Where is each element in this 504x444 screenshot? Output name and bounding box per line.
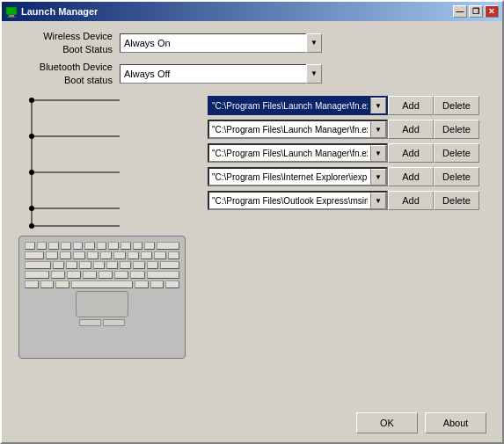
add-button-0[interactable]: Add [388, 96, 434, 115]
launch-combo-4[interactable]: ▼ [208, 191, 388, 210]
launch-combo-3[interactable]: ▼ [208, 167, 388, 186]
launch-row-1: ▼ Add Delete [203, 120, 490, 139]
launch-combo-1[interactable]: ▼ [208, 120, 388, 139]
bluetooth-label: Bluetooth Device Boot status [14, 61, 120, 87]
wireless-label: Wireless Device Boot Status [14, 30, 120, 56]
launch-combo-btn-1[interactable]: ▼ [370, 121, 386, 137]
launch-row-2: ▼ Add Delete [203, 143, 490, 163]
bluetooth-dropdown-wrapper: Always On Always Off ▼ [120, 64, 322, 84]
wireless-row: Wireless Device Boot Status Always On Al… [14, 30, 490, 56]
touchpad-left-btn[interactable] [79, 319, 101, 326]
launch-input-1[interactable] [209, 121, 370, 137]
add-button-2[interactable]: Add [388, 143, 434, 163]
launch-combo-btn-4[interactable]: ▼ [370, 193, 386, 208]
delete-button-0[interactable]: Delete [434, 96, 479, 115]
title-bar-buttons: — ❐ ✕ [453, 5, 499, 18]
title-bar: Launch Manager — ❐ ✕ [2, 2, 502, 21]
launch-section: ▼ Add Delete ▼ Add Delete [14, 96, 490, 210]
ok-button[interactable]: OK [356, 412, 418, 433]
launch-input-2[interactable] [209, 145, 370, 161]
delete-button-2[interactable]: Delete [434, 143, 479, 163]
minimize-button[interactable]: — [453, 5, 467, 18]
window-title: Launch Manager [21, 6, 453, 17]
touchpad [76, 291, 128, 317]
launch-input-3[interactable] [209, 169, 370, 185]
launch-combo-btn-0[interactable]: ▼ [370, 98, 386, 113]
keyboard-side [14, 96, 203, 210]
add-button-4[interactable]: Add [388, 191, 434, 210]
bluetooth-row: Bluetooth Device Boot status Always On A… [14, 61, 490, 87]
touchpad-buttons [25, 319, 179, 326]
add-button-3[interactable]: Add [388, 167, 434, 186]
bluetooth-select[interactable]: Always On Always Off [120, 64, 322, 84]
svg-rect-0 [6, 7, 17, 15]
launch-input-4[interactable] [209, 193, 370, 208]
delete-button-3[interactable]: Delete [434, 167, 479, 186]
keyboard-image [18, 232, 186, 359]
close-button[interactable]: ✕ [485, 5, 499, 18]
add-button-1[interactable]: Add [388, 120, 434, 139]
delete-button-1[interactable]: Delete [434, 120, 479, 139]
svg-rect-1 [9, 15, 14, 17]
wireless-dropdown-wrapper: Always On Always Off ▼ [120, 33, 322, 53]
main-content: Wireless Device Boot Status Always On Al… [2, 21, 502, 442]
wireless-select[interactable]: Always On Always Off [120, 33, 322, 53]
footer: OK About [14, 404, 490, 437]
svg-rect-2 [7, 17, 16, 18]
main-window: Launch Manager — ❐ ✕ Wireless Device Boo… [0, 0, 504, 444]
restore-button[interactable]: ❐ [469, 5, 483, 18]
touchpad-right-btn[interactable] [103, 319, 125, 326]
about-button[interactable]: About [425, 412, 486, 433]
launch-row-4: ▼ Add Delete [203, 191, 490, 210]
delete-button-4[interactable]: Delete [434, 191, 479, 210]
launch-combo-btn-3[interactable]: ▼ [370, 169, 386, 185]
launch-combo-0[interactable]: ▼ [208, 96, 388, 115]
window-icon [5, 5, 18, 18]
launch-input-0[interactable] [209, 98, 370, 113]
launch-rows: ▼ Add Delete ▼ Add Delete [203, 96, 490, 210]
launch-row-3: ▼ Add Delete [203, 167, 490, 186]
launch-row-0: ▼ Add Delete [203, 96, 490, 115]
launch-combo-2[interactable]: ▼ [208, 143, 388, 163]
launch-combo-btn-2[interactable]: ▼ [370, 145, 386, 161]
